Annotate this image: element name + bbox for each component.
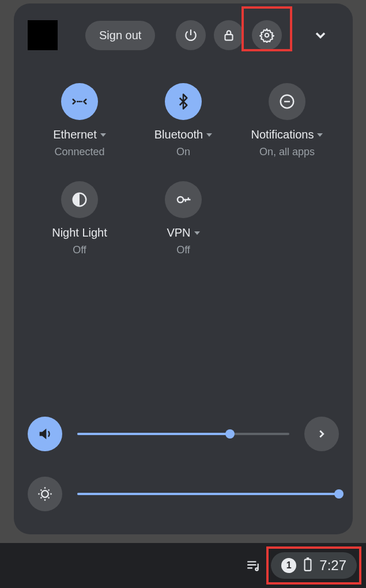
clock: 7:27: [319, 557, 346, 574]
do-not-disturb-icon: [269, 83, 305, 120]
volume-row: [28, 417, 339, 451]
collapse-button[interactable]: [302, 17, 339, 54]
tile-label: Bluetooth: [154, 128, 213, 141]
volume-thumb[interactable]: [225, 429, 235, 439]
tile-status: Off: [73, 244, 86, 256]
caret-icon: [317, 133, 323, 137]
user-avatar[interactable]: [28, 20, 58, 50]
media-controls-button[interactable]: [240, 552, 266, 579]
svg-rect-0: [225, 35, 233, 40]
audio-settings-button[interactable]: [304, 417, 339, 451]
tile-bluetooth[interactable]: Bluetooth On: [131, 83, 235, 158]
bluetooth-icon: [165, 83, 202, 120]
svg-point-4: [178, 197, 183, 203]
volume-fill: [77, 433, 230, 435]
tile-status: On: [176, 146, 190, 158]
notification-badge: 1: [281, 558, 296, 573]
volume-icon[interactable]: [28, 417, 62, 451]
quick-settings-stage: Sign out Ethernet: [0, 0, 366, 588]
caret-icon: [100, 133, 106, 137]
quick-settings-panel: Sign out Ethernet: [14, 3, 353, 534]
brightness-fill: [77, 493, 339, 495]
caret-icon: [206, 133, 212, 137]
battery-icon: [303, 557, 312, 574]
tile-label: VPN: [167, 226, 199, 239]
tile-status: Connected: [54, 146, 104, 158]
svg-rect-6: [305, 559, 311, 571]
tile-status: Off: [176, 244, 190, 256]
svg-point-1: [265, 33, 269, 38]
vpn-key-icon: [165, 181, 202, 218]
sign-out-button[interactable]: Sign out: [85, 21, 155, 50]
tile-ethernet[interactable]: Ethernet Connected: [28, 83, 131, 158]
tile-status: On, all apps: [259, 146, 315, 158]
status-tray[interactable]: 1 7:27: [271, 552, 357, 579]
svg-rect-7: [307, 557, 309, 559]
music-queue-icon: [246, 558, 261, 573]
power-button[interactable]: [176, 20, 206, 50]
volume-slider[interactable]: [77, 433, 289, 435]
brightness-thumb[interactable]: [334, 489, 344, 499]
tile-label: Night Light: [52, 226, 107, 239]
tile-label: Ethernet: [53, 128, 106, 141]
chevron-down-icon: [312, 27, 329, 43]
settings-button[interactable]: [252, 20, 282, 50]
svg-point-5: [41, 490, 48, 497]
power-icon: [183, 28, 198, 43]
shelf: 1 7:27: [0, 543, 366, 588]
lock-icon: [221, 28, 236, 43]
tray-highlight: [266, 546, 361, 585]
lock-button[interactable]: [214, 20, 244, 50]
panel-header: Sign out: [28, 15, 339, 55]
slider-section: [28, 417, 339, 511]
brightness-row: [28, 477, 339, 511]
brightness-slider[interactable]: [77, 493, 339, 495]
night-light-icon: [61, 181, 98, 218]
tile-label: Notifications: [251, 128, 323, 141]
chevron-right-icon: [315, 428, 328, 440]
tile-vpn[interactable]: VPN Off: [131, 181, 235, 256]
tile-night-light[interactable]: Night Light Off: [28, 181, 131, 256]
gear-icon: [259, 28, 274, 43]
tile-notifications[interactable]: Notifications On, all apps: [235, 83, 339, 158]
quick-toggle-grid: Ethernet Connected Bluetooth On Notifica…: [28, 83, 339, 256]
brightness-icon[interactable]: [28, 477, 62, 511]
ethernet-icon: [61, 83, 98, 120]
caret-icon: [194, 231, 200, 235]
